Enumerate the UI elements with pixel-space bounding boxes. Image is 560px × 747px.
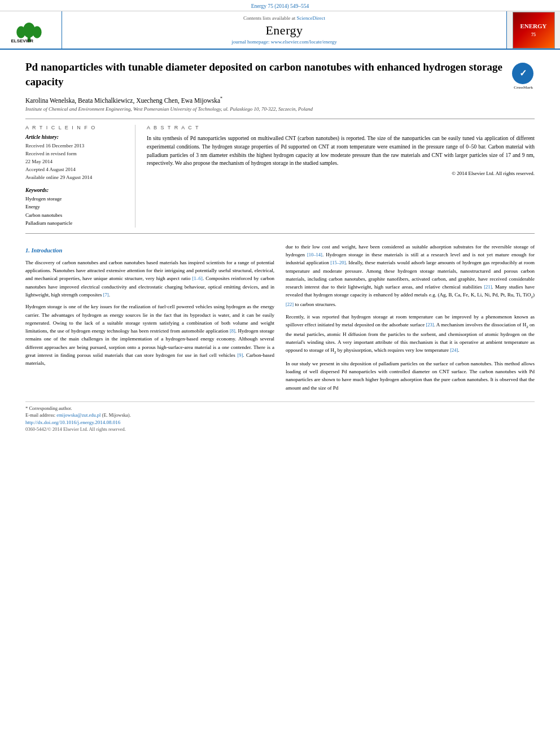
author-asterisk: *: [220, 96, 222, 101]
elsevier-logo-svg: ELSEVIER: [8, 16, 54, 44]
journal-title: Energy: [265, 23, 303, 38]
abstract-col: A B S T R A C T In situ synthesis of Pd …: [147, 125, 535, 227]
crossmark-area: ✓ CrossMark: [512, 63, 535, 90]
institution-line: Institute of Chemical and Environment En…: [25, 106, 535, 112]
keyword-3: Carbon nanotubes: [25, 211, 127, 219]
ref-22: [22]: [286, 302, 294, 307]
keyword-2: Energy: [25, 203, 127, 211]
received-revised-label: Received in revised form: [25, 150, 127, 158]
body-text-area: 1. Introduction The discovery of carbon …: [25, 243, 535, 396]
authors-line: Karolina Wenelska, Beata Michalkiewicz, …: [25, 96, 535, 104]
svg-text:ELSEVIER: ELSEVIER: [11, 38, 33, 43]
received-date: Received 16 December 2013: [25, 142, 127, 150]
ref-21: [21]: [484, 284, 492, 290]
keyword-4: Palladium nanoparticle: [25, 219, 127, 227]
article-content: Pd nanoparticles with tunable diameter d…: [0, 50, 560, 442]
ref-24: [24]: [450, 347, 458, 353]
crossmark-icon[interactable]: ✓: [512, 63, 533, 84]
journal-homepage: journal homepage: www.elsevier.com/locat…: [231, 39, 337, 45]
intro-para-1: The discovery of carbon nanotubes and ca…: [25, 259, 274, 299]
accepted-date: Accepted 4 August 2014: [25, 166, 127, 174]
journal-header: ELSEVIER Contents lists available at Sci…: [0, 11, 560, 50]
email-line: E-mail address: emijowska@zut.edu.pl (E.…: [25, 412, 535, 418]
section1-heading: 1. Introduction: [25, 246, 274, 255]
doi-link[interactable]: http://dx.doi.org/10.1016/j.energy.2014.…: [25, 420, 535, 425]
body-col-right: due to their low cost and weight, have b…: [286, 243, 535, 396]
keywords-label: Keywords:: [25, 187, 127, 193]
revised-date: 22 May 2014: [25, 158, 127, 166]
email-address[interactable]: emijowska@zut.edu.pl: [56, 412, 100, 418]
intro-para-5: In our study we present in situ depositi…: [286, 360, 535, 392]
article-title-text: Pd nanoparticles with tunable diameter d…: [25, 60, 512, 89]
issn-line: 0360-5442/© 2014 Elsevier Ltd. All right…: [25, 426, 535, 432]
journal-info-bar: Energy 75 (2014) 549–554: [0, 0, 560, 11]
article-info-abstract: A R T I C L E I N F O Article history: R…: [25, 119, 535, 233]
sciencedirect-line: Contents lists available at ScienceDirec…: [243, 15, 325, 21]
abstract-text: In situ synthesis of Pd nanoparticles su…: [147, 134, 535, 168]
ref-9: [9]: [237, 352, 243, 358]
journal-logo-box: ENERGY 75: [506, 11, 560, 49]
corresponding-author-note: * Corresponding author.: [25, 405, 535, 411]
intro-para-2: Hydrogen storage is one of the key issue…: [25, 303, 274, 367]
article-info-col: A R T I C L E I N F O Article history: R…: [25, 125, 135, 227]
intro-para-3: due to their low cost and weight, have b…: [286, 243, 535, 309]
ref-23: [23]: [426, 322, 434, 327]
ref-10-14: [10–14]: [307, 252, 322, 257]
ref-7: [7]: [103, 292, 109, 298]
abstract-label: A B S T R A C T: [147, 125, 535, 130]
intro-para-4: Recently, it was reported that hydrogen …: [286, 313, 535, 356]
crossmark-label: CrossMark: [512, 85, 535, 90]
svg-point-3: [32, 26, 41, 38]
svg-point-2: [16, 26, 25, 38]
ref-1-6: [1–6]: [193, 276, 203, 281]
ref-15-20: [15–20]: [330, 260, 345, 265]
article-title-area: Pd nanoparticles with tunable diameter d…: [25, 60, 535, 90]
journal-center: Contents lists available at ScienceDirec…: [62, 11, 506, 49]
available-online: Available online 29 August 2014: [25, 174, 127, 182]
body-col-left: 1. Introduction The discovery of carbon …: [25, 243, 274, 396]
ref-8: [8]: [230, 328, 235, 334]
elsevier-logo-area: ELSEVIER: [0, 11, 62, 49]
journal-logo-image: ENERGY 75: [513, 12, 555, 49]
article-history-label: Article history:: [25, 134, 127, 140]
copyright-line: © 2014 Elsevier Ltd. All rights reserved…: [147, 171, 535, 176]
sciencedirect-link[interactable]: ScienceDirect: [297, 15, 325, 21]
article-info-label: A R T I C L E I N F O: [25, 125, 127, 130]
keyword-1: Hydrogen storage: [25, 195, 127, 203]
footer-area: * Corresponding author. E-mail address: …: [25, 401, 535, 432]
journal-citation: Energy 75 (2014) 549–554: [251, 3, 309, 9]
